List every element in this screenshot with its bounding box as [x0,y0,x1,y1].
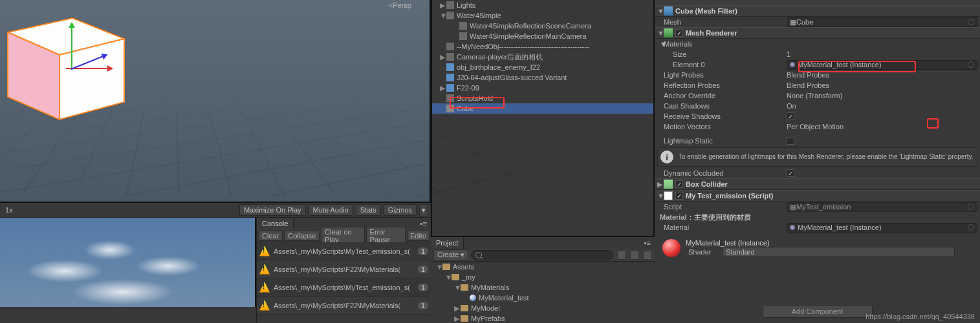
mesh-field[interactable]: ▦ Cube [787,17,977,27]
foldout-icon[interactable]: ▼ [657,7,664,15]
hierarchy-item[interactable]: ▶Cameras-player后面的相机 [432,52,653,62]
filter-icon[interactable] [617,251,626,260]
warning-icon [259,264,270,275]
info-icon: i [660,151,673,163]
project-tab[interactable]: Project [431,237,464,249]
hierarchy-item[interactable]: --MyNeedObj-----------------------------… [432,41,653,52]
project-item[interactable]: ▶MyModel [431,303,655,313]
cast-shadows-dropdown[interactable]: On [787,102,977,110]
create-button[interactable]: Create ▾ [433,249,468,260]
gizmos-dropdown-icon[interactable]: ▾ [419,204,428,216]
light-probes-label: Light Probes [657,71,787,79]
lightmap-static-checkbox[interactable] [787,137,794,145]
anchor-override-label: Anchor Override [657,92,787,99]
add-component-button[interactable]: Add Component [763,305,873,318]
hierarchy-item[interactable]: ▶F22-09 [432,83,653,93]
hierarchy-item[interactable]: Water4SimpleReflectionSceneCamera [432,21,653,31]
stats-button[interactable]: Stats [356,204,381,216]
project-item[interactable]: ▶MyPrefabs [431,313,655,323]
material-field[interactable]: MyMaterial_test (Instance) [787,223,977,233]
mesh-renderer-header[interactable]: ▼ Mesh Renderer [655,27,980,39]
project-item[interactable]: ▼Assets [431,262,655,272]
hierarchy-item[interactable]: ▶Lights [432,0,653,10]
warning-icon [259,282,270,293]
size-label: Size [657,50,787,58]
editor-button[interactable]: Edito [407,231,430,241]
cast-shadows-label: Cast Shadows [657,102,787,110]
receive-shadows-checkbox[interactable] [787,112,794,120]
console-options-icon[interactable]: ▪≡ [417,220,431,227]
material-preview-sphere-icon [662,239,681,257]
project-options-icon[interactable]: ▪≡ [640,239,655,247]
motion-vectors-dropdown[interactable]: Per Object Motion [787,123,977,130]
object-picker-icon[interactable] [968,224,974,231]
material-preview-header[interactable]: MyMaterial_test (Instance) Shader Standa… [655,236,980,260]
material-name: MyMaterial_test (Instance) [686,239,955,247]
mesh-filter-header[interactable]: ▼ Cube (Mesh Filter) [655,5,980,17]
object-picker-icon[interactable] [968,61,974,68]
script-field: ▦ MyTest_emission [787,202,977,212]
mute-audio-button[interactable]: Mute Audio [309,204,353,216]
object-picker-icon[interactable] [968,203,974,210]
hierarchy-panel: ▶Lights▼Water4SimpleWater4SimpleReflecti… [431,0,655,236]
console-log-row[interactable]: Assets\_my\MyScripts\F22\MyMaterials(1 [257,297,431,315]
axis-y-icon [71,25,72,70]
object-picker-icon[interactable] [968,19,974,25]
material-label: Material [657,224,787,231]
mesh-label: Mesh [657,18,787,26]
warning-icon [259,300,270,311]
console-log-row[interactable]: Assets\_my\MyScripts\F22\MyMaterials(1 [257,260,431,278]
camera-persp-label[interactable]: <Persp [389,1,411,9]
box-collider-icon [664,180,673,189]
script-icon [664,191,673,200]
maximize-on-play-button[interactable]: Maximize On Play [239,204,306,216]
anchor-override-field[interactable]: None (Transform) [787,92,977,99]
lightmap-static-label: Lightmap Static [657,137,787,145]
box-collider-enabled-checkbox[interactable] [675,180,683,188]
materials-label: Materials [664,40,693,48]
project-item[interactable]: ▼_my [431,272,655,282]
search-icon [475,252,482,258]
shader-dropdown[interactable]: Standard [722,247,955,257]
gizmos-button[interactable]: Gizmos [384,204,417,216]
script-enabled-checkbox[interactable] [675,192,683,200]
hierarchy-item[interactable]: ScriptsHold [432,93,653,103]
hierarchy-item[interactable]: Water4SimpleReflectionMainCamera [432,31,653,41]
game-view[interactable] [0,218,256,307]
hierarchy-item[interactable]: ▼Water4Simple [432,10,653,21]
saved-search-icon[interactable] [630,251,639,260]
hierarchy-item[interactable]: Cube [432,103,653,114]
collapse-button[interactable]: Collapse [284,231,320,241]
console-panel: Console ▪≡ Clear Collapse Clear on Play … [256,218,431,323]
hierarchy-item[interactable]: obj_birthplace_enemy_f22 [432,62,653,72]
project-item[interactable]: ▼MyMaterials [431,282,655,293]
light-probes-dropdown[interactable]: Blend Probes [787,71,977,79]
project-search-input[interactable] [471,250,613,260]
box-collider-header[interactable]: ▶ Box Collider [655,178,980,190]
foldout-icon[interactable]: ▶ [657,180,664,189]
scene-view[interactable]: <Persp [0,0,431,203]
foldout-icon[interactable]: ▼ [657,29,664,37]
game-toolbar: 1x Maximize On Play Mute Audio Stats Giz… [0,203,431,218]
console-log-row[interactable]: Assets\_my\MyScripts\MyTest_emission_s(1 [257,278,431,297]
element0-material-field[interactable]: MyMaterial_test (Instance) [787,60,977,70]
mesh-renderer-icon [664,28,673,37]
size-value[interactable]: 1 [787,50,977,58]
clear-button[interactable]: Clear [258,231,283,241]
console-tab[interactable]: Console [257,218,294,229]
hierarchy-item[interactable]: J20-04-adjustGlass-succed Variant [432,72,653,83]
mesh-renderer-enabled-checkbox[interactable] [675,29,683,37]
dynamic-occluded-checkbox[interactable] [787,169,794,177]
scale-label: 1x [5,206,13,214]
warning-icon [259,246,270,256]
reflection-probes-dropdown[interactable]: Blend Probes [787,81,977,89]
scene-cube-gizmo[interactable] [1,6,131,123]
foldout-icon[interactable]: ▼ [657,192,664,200]
project-item[interactable]: MyMaterial_test [431,293,655,303]
favorite-icon[interactable] [643,251,652,260]
mesh-filter-icon [664,6,673,16]
console-log-row[interactable]: Assets\_my\MyScripts\MyTest_emission_s(1 [257,242,431,260]
script-header[interactable]: ▼ My Test_emission (Script) [655,190,980,202]
material-section-label: Material：主要使用到的材质 [657,213,751,222]
lightmap-info-box: iTo enable generation of lightmaps for t… [657,147,977,167]
